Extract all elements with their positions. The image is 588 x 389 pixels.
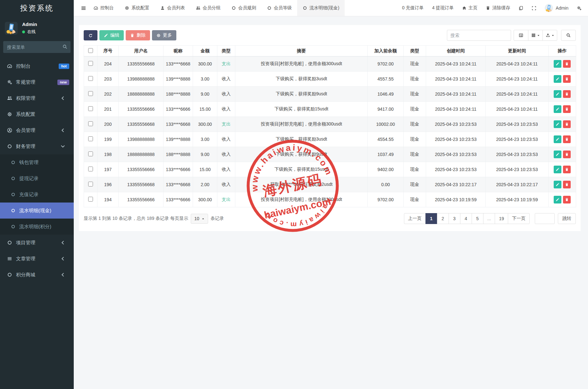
tab-member-level[interactable]: 会员等级 xyxy=(262,0,297,16)
cell-updated-at: 2025-04-23 10:23:53 xyxy=(486,147,549,162)
row-edit-button[interactable] xyxy=(554,151,561,158)
row-delete-button[interactable] xyxy=(563,90,571,98)
pagination-page-4[interactable]: 4 xyxy=(460,213,472,224)
edit-button-label: 编辑 xyxy=(110,32,119,38)
row-checkbox[interactable] xyxy=(88,61,93,66)
row-select-cell xyxy=(84,132,97,147)
sidebar-subitem-withdraw-records[interactable]: 提现记录 xyxy=(0,170,74,186)
row-delete-button[interactable] xyxy=(563,135,571,143)
jump-button[interactable]: 跳转 xyxy=(558,213,576,224)
row-checkbox[interactable] xyxy=(88,106,93,111)
row-delete-button[interactable] xyxy=(563,105,571,113)
row-delete-button[interactable] xyxy=(563,196,571,203)
row-checkbox[interactable] xyxy=(88,182,93,186)
row-delete-button[interactable] xyxy=(563,181,571,188)
row-checkbox[interactable] xyxy=(88,197,93,202)
home-link[interactable]: 主页 xyxy=(462,5,477,11)
row-checkbox[interactable] xyxy=(88,91,93,96)
row-checkbox[interactable] xyxy=(88,76,93,81)
row-delete-button[interactable] xyxy=(563,151,571,158)
sidebar-item-article[interactable]: 文章管理 xyxy=(0,251,74,267)
cell-updated-at: 2025-04-23 10:24:11 xyxy=(486,72,549,87)
row-edit-button[interactable] xyxy=(554,196,561,203)
cell-currency: 现金 xyxy=(404,72,426,87)
sidebar: 投资系统 Admin 在线 控制台hot常规管理new权限管理系统配置会员管理财… xyxy=(0,0,74,389)
delete-button[interactable]: 删除 xyxy=(126,30,150,40)
cell-username: 13988888888 xyxy=(119,132,164,147)
trash-icon xyxy=(565,168,569,171)
sidebar-subitem-flow-cash[interactable]: 流水明细(现金) xyxy=(0,203,74,219)
row-delete-button[interactable] xyxy=(563,60,571,68)
cell-updated-at: 2025-04-23 10:23:53 xyxy=(486,117,549,132)
tab-member-list[interactable]: 会员列表 xyxy=(155,0,190,16)
table-search-input[interactable] xyxy=(447,30,511,41)
tab-flow-cash[interactable]: 流水明细(现金) xyxy=(297,0,345,16)
sidebar-item-permission[interactable]: 权限管理 xyxy=(0,90,74,106)
page-size-select[interactable]: 10 xyxy=(191,214,208,224)
columns-button[interactable] xyxy=(528,30,543,41)
pagination-page-19[interactable]: 19 xyxy=(495,213,508,224)
edit-button[interactable]: 编辑 xyxy=(99,30,124,40)
row-checkbox[interactable] xyxy=(88,167,93,171)
copy-page-button[interactable] xyxy=(518,6,523,11)
jump-page-input[interactable] xyxy=(535,213,555,224)
select-all-checkbox[interactable] xyxy=(88,48,93,53)
row-select-cell xyxy=(84,87,97,102)
row-edit-button[interactable] xyxy=(554,135,561,143)
row-delete-button[interactable] xyxy=(563,120,571,128)
row-edit-button[interactable] xyxy=(554,181,561,188)
pagination-page-5[interactable]: 5 xyxy=(472,213,483,224)
more-button[interactable]: 更多 xyxy=(152,30,176,40)
navbar-user-menu[interactable]: Admin xyxy=(545,4,568,12)
pagination-page-3[interactable]: 3 xyxy=(449,213,460,224)
sidebar-item-points-mall[interactable]: 积分商城 xyxy=(0,267,74,283)
export-button[interactable] xyxy=(542,30,557,41)
row-checkbox[interactable] xyxy=(88,136,93,141)
pagination-page-2[interactable]: 2 xyxy=(437,213,449,224)
withdraw-orders-link[interactable]: 4 提现订单 xyxy=(432,5,454,11)
sidebar-item-general[interactable]: 常规管理new xyxy=(0,74,74,90)
settings-button[interactable] xyxy=(577,6,582,11)
clear-cache-link[interactable]: 清除缓存 xyxy=(486,5,510,11)
sidebar-subitem-flow-points[interactable]: 流水明细(积分) xyxy=(0,219,74,235)
row-edit-button[interactable] xyxy=(554,90,561,98)
tab-member-rule[interactable]: 会员规则 xyxy=(226,0,262,16)
row-edit-button[interactable] xyxy=(554,75,561,83)
row-delete-button[interactable] xyxy=(563,166,571,173)
recharge-orders-link[interactable]: 0 充值订单 xyxy=(402,5,424,11)
tab-dashboard[interactable]: 控制台 xyxy=(88,0,119,16)
cell-actions xyxy=(549,102,576,117)
sidebar-item-system-config[interactable]: 系统配置 xyxy=(0,106,74,122)
search-button[interactable] xyxy=(561,30,576,41)
sidebar-search-input[interactable] xyxy=(3,41,71,53)
pagination-page-1[interactable]: 1 xyxy=(425,213,437,224)
tab-member-group[interactable]: 会员分组 xyxy=(190,0,226,16)
users-icon xyxy=(6,96,13,101)
row-edit-button[interactable] xyxy=(554,105,561,113)
search-icon[interactable] xyxy=(63,44,67,49)
sidebar-item-dashboard[interactable]: 控制台hot xyxy=(0,58,74,74)
row-edit-button[interactable] xyxy=(554,120,561,128)
row-checkbox[interactable] xyxy=(88,151,93,156)
sidebar-item-member[interactable]: 会员管理 xyxy=(0,122,74,138)
row-edit-button[interactable] xyxy=(554,60,561,68)
row-delete-button[interactable] xyxy=(563,75,571,83)
tab-system-config[interactable]: 系统配置 xyxy=(119,0,155,16)
sidebar-item-finance[interactable]: 财务管理 xyxy=(0,138,74,154)
sidebar-item-project[interactable]: 项目管理 xyxy=(0,235,74,251)
row-edit-button[interactable] xyxy=(554,166,561,173)
fullscreen-button[interactable] xyxy=(532,6,536,11)
detail-view-button[interactable] xyxy=(514,30,528,41)
hamburger-icon[interactable] xyxy=(81,5,86,11)
trash-icon xyxy=(565,77,569,81)
sidebar-subitem-recharge-records[interactable]: 充值记录 xyxy=(0,186,74,203)
pagination-next[interactable]: 下一页 xyxy=(508,213,530,224)
chevron-left-icon xyxy=(60,256,66,261)
sidebar-subitem-wallet[interactable]: 钱包管理 xyxy=(0,154,74,170)
pagination-prev[interactable]: 上一页 xyxy=(404,213,426,224)
row-checkbox[interactable] xyxy=(88,121,93,126)
cell-username: 13355556668 xyxy=(119,177,164,192)
refresh-button[interactable] xyxy=(84,30,97,40)
circle-icon xyxy=(267,6,272,10)
cell-summary: 投资项目[村部充电桩]，使用余额300usdt xyxy=(235,192,368,207)
